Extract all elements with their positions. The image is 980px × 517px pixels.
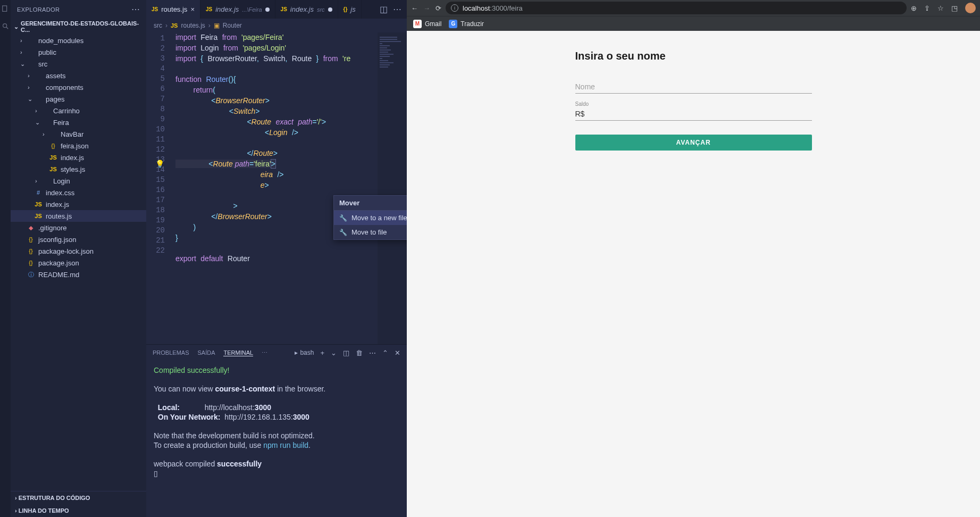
more-icon[interactable]: ⋯	[393, 4, 401, 14]
dirty-icon	[265, 7, 270, 12]
split-terminal-icon[interactable]: ◫	[343, 349, 349, 357]
tree-item-feira-json[interactable]: {}feira.json	[11, 140, 146, 152]
saldo-input[interactable]	[575, 107, 812, 121]
file-icon: {}	[27, 260, 35, 266]
tree-item-Login[interactable]: ›Login	[11, 175, 146, 187]
bookmarks-bar: M Gmail G Traduzir	[407, 16, 980, 31]
wrench-icon: 🔧	[339, 229, 347, 236]
tree-item-Feira[interactable]: ⌄Feira	[11, 116, 146, 128]
chevron-icon: ›	[35, 178, 41, 184]
tree-item-public[interactable]: ›public	[11, 46, 146, 58]
menu-move-new-file[interactable]: 🔧 Move to a new file	[334, 211, 407, 225]
tree-item-jsconfig-json[interactable]: {}jsconfig.json	[11, 234, 146, 245]
file-icon: ⓘ	[27, 271, 35, 279]
lightbulb-icon[interactable]: 💡	[155, 159, 164, 169]
quickfix-title: Mover	[334, 196, 407, 210]
more-icon[interactable]: ⋯	[262, 349, 267, 356]
chevron-up-icon[interactable]: ⌃	[382, 349, 388, 357]
browser-window: ← → ⟳ i localhost:3000/feira ⊕ ⇪ ☆ ◳ M G…	[407, 0, 980, 517]
tree-item-src[interactable]: ⌄src	[11, 58, 146, 70]
toolbar-right: ⊕ ⇪ ☆ ◳	[911, 3, 976, 13]
file-name: README.md	[38, 271, 79, 279]
tree-item-components[interactable]: ›components	[11, 81, 146, 93]
avatar[interactable]	[965, 3, 976, 13]
address-bar[interactable]: i localhost:3000/feira	[446, 2, 907, 14]
bookmark-gmail[interactable]: M Gmail	[413, 20, 441, 28]
project-title[interactable]: ⌄ GERENCIMENTO-DE-ESTADOS-GLOBAIS-C...	[11, 19, 146, 35]
tree-item-styles-js[interactable]: JSstyles.js	[11, 163, 146, 175]
outline-section[interactable]: › ESTRUTURA DO CÓDIGO	[11, 491, 146, 504]
project-name: GERENCIMENTO-DE-ESTADOS-GLOBAIS-C...	[21, 20, 143, 33]
file-icon: JS	[49, 154, 57, 161]
search-icon[interactable]: ⊕	[911, 4, 917, 12]
tree-item-index-css[interactable]: #index.css	[11, 187, 146, 198]
breadcrumb[interactable]: src › JS routes.js › ▣ Router	[146, 19, 407, 32]
tree-item-routes-js[interactable]: JSroutes.js	[11, 210, 146, 222]
trash-icon[interactable]: 🗑	[356, 349, 363, 357]
login-form: Insira o seu nome Saldo AVANÇAR	[575, 50, 812, 517]
files-icon[interactable]	[2, 5, 9, 13]
vscode-window: EXPLORADOR ⋯ ⌄ GERENCIMENTO-DE-ESTADOS-G…	[0, 0, 407, 517]
file-name: package.json	[38, 259, 79, 267]
tab-js[interactable]: {}js	[338, 0, 362, 19]
tree-item-index-js[interactable]: JSindex.js	[11, 198, 146, 210]
minimap[interactable]	[378, 32, 407, 344]
split-icon[interactable]: ◫	[380, 4, 388, 14]
tree-item-index-js[interactable]: JSindex.js	[11, 152, 146, 163]
terminal-output[interactable]: Compiled successfully! You can now view …	[146, 361, 407, 517]
tab-label: routes.js	[161, 5, 187, 13]
chevron-icon: ⌄	[28, 96, 34, 103]
code-editor[interactable]: 12345678910111213141516171819202122 impo…	[146, 32, 407, 344]
file-name: components	[46, 84, 83, 91]
terminal-shell[interactable]: ▸ bash	[295, 349, 314, 356]
file-name: package-lock.json	[38, 247, 94, 255]
tab-routes.js[interactable]: JSroutes.js×	[146, 0, 200, 19]
more-icon[interactable]: ⋯	[369, 349, 376, 357]
extensions-icon[interactable]: ◳	[951, 4, 958, 12]
bookmark-translate[interactable]: G Traduzir	[449, 20, 484, 28]
file-name: feira.json	[61, 142, 89, 150]
nome-input[interactable]	[575, 80, 812, 94]
forward-icon[interactable]: →	[423, 4, 430, 12]
js-icon: JS	[206, 6, 212, 12]
tree-item-README-md[interactable]: ⓘREADME.md	[11, 269, 146, 280]
timeline-section[interactable]: › LINHA DO TEMPO	[11, 504, 146, 517]
tree-item-Carrinho[interactable]: ›Carrinho	[11, 105, 146, 116]
file-name: index.css	[46, 189, 74, 197]
browser-toolbar: ← → ⟳ i localhost:3000/feira ⊕ ⇪ ☆ ◳	[407, 0, 980, 16]
close-icon[interactable]: ×	[190, 5, 195, 13]
chevron-icon: ⌄	[20, 61, 27, 68]
js-icon: JS	[281, 6, 287, 12]
tree-item-package-json[interactable]: {}package.json	[11, 257, 146, 269]
svg-rect-0	[3, 6, 7, 12]
sidebar-more-icon[interactable]: ⋯	[131, 4, 140, 14]
new-terminal-icon[interactable]: +	[320, 349, 324, 357]
tree-item-package-lock-json[interactable]: {}package-lock.json	[11, 245, 146, 257]
tab-index.js[interactable]: JSindex.js...\Feira	[200, 0, 275, 19]
site-info-icon[interactable]: i	[451, 4, 458, 12]
file-name: Carrinho	[53, 107, 80, 115]
chevron-down-icon[interactable]: ⌄	[331, 349, 337, 357]
file-name: index.js	[61, 154, 84, 162]
search-icon[interactable]	[2, 22, 9, 30]
menu-move-to-file[interactable]: 🔧 Move to file	[334, 225, 407, 239]
tree-item-NavBar[interactable]: ›NavBar	[11, 128, 146, 140]
share-icon[interactable]: ⇪	[924, 4, 930, 12]
breadcrumb-symbol: Router	[223, 22, 242, 29]
tree-item-node_modules[interactable]: ›node_modules	[11, 35, 146, 46]
submit-button[interactable]: AVANÇAR	[575, 135, 812, 151]
star-icon[interactable]: ☆	[937, 4, 944, 12]
tree-item--gitignore[interactable]: ◆.gitignore	[11, 222, 146, 234]
file-name: Login	[53, 177, 70, 185]
close-icon[interactable]: ✕	[395, 349, 400, 357]
tree-item-assets[interactable]: ›assets	[11, 70, 146, 81]
tab-problems[interactable]: PROBLEMAS	[153, 349, 189, 356]
tab-terminal[interactable]: TERMINAL	[223, 349, 253, 356]
reload-icon[interactable]: ⟳	[435, 4, 441, 12]
back-icon[interactable]: ←	[411, 4, 418, 12]
explorer-label: EXPLORADOR	[17, 6, 60, 13]
tab-index.js[interactable]: JSindex.jssrc	[275, 0, 338, 19]
tree-item-pages[interactable]: ⌄pages	[11, 93, 146, 105]
tab-output[interactable]: SAÍDA	[197, 349, 215, 356]
code-content[interactable]: import Feira from 'pages/Feira' import L…	[165, 32, 407, 344]
